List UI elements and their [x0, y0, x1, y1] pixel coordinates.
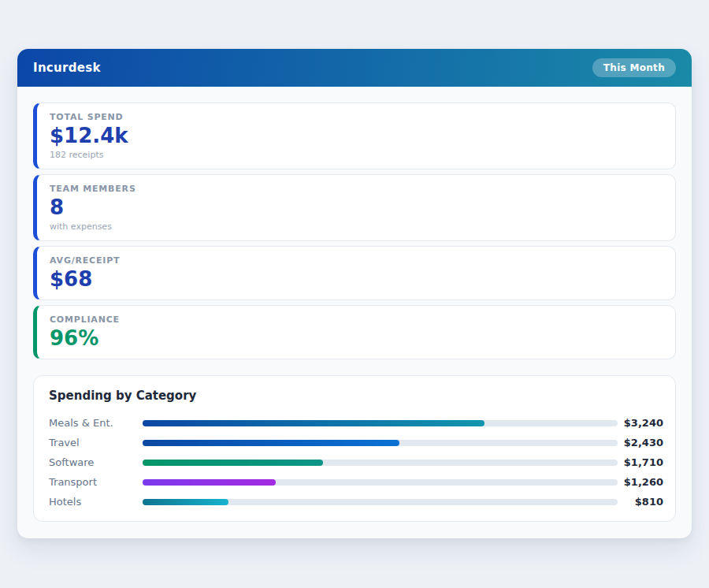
chart-row-label: Meals & Ent. [49, 417, 143, 429]
chart-row-value: $1,260 [618, 476, 663, 488]
stat-value: $68 [50, 268, 663, 291]
chart-bar-fill [143, 420, 484, 426]
chart-row-value: $2,430 [618, 437, 663, 448]
chart-bar-fill [143, 440, 399, 446]
chart-row-label: Travel [49, 437, 143, 448]
chart-rows: Meals & Ent. $3,240 Travel $2,430 Softwa… [49, 413, 663, 512]
chart-bar-fill [143, 460, 323, 466]
chart-row-label: Software [49, 456, 143, 468]
stat-label: AVG/RECEIPT [50, 255, 663, 266]
stat-subtitle: with expenses [50, 221, 663, 232]
chart-row-label: Transport [49, 476, 143, 488]
app-title: Incurdesk [33, 61, 101, 75]
stat-value: 96% [50, 327, 663, 350]
main-content: TOTAL SPEND $12.4k 182 receipts TEAM MEM… [17, 87, 692, 538]
stat-subtitle: 182 receipts [50, 150, 663, 160]
stat-label: COMPLIANCE [50, 314, 663, 325]
chart-row: Transport $1,260 [49, 472, 663, 492]
stats-section: TOTAL SPEND $12.4k 182 receipts TEAM MEM… [33, 102, 676, 359]
stat-label: TEAM MEMBERS [50, 184, 663, 194]
stat-value: $12.4k [50, 125, 663, 147]
chart-row-value: $3,240 [618, 417, 663, 429]
chart-bar-fill [143, 499, 228, 505]
stat-card: COMPLIANCE 96% [33, 305, 676, 359]
stat-card: TEAM MEMBERS 8 with expenses [33, 174, 676, 241]
app-header: Incurdesk This Month [17, 49, 692, 87]
chart-row-value: $810 [618, 496, 663, 508]
chart-title: Spending by Category [49, 389, 663, 404]
chart-row-label: Hotels [49, 496, 143, 508]
chart-bar-track [143, 440, 618, 446]
chart-bar-track [143, 479, 618, 486]
chart-bar-track [143, 420, 618, 426]
stat-label: TOTAL SPEND [50, 112, 663, 122]
chart-row-value: $1,710 [618, 456, 663, 468]
spending-chart-card: Spending by Category Meals & Ent. $3,240… [33, 375, 676, 522]
stat-value: 8 [50, 196, 663, 219]
chart-row: Travel $2,430 [49, 433, 663, 452]
chart-bar-fill [143, 479, 276, 486]
chart-row: Hotels $810 [49, 492, 663, 512]
stat-card: TOTAL SPEND $12.4k 182 receipts [33, 102, 676, 169]
app-window: Incurdesk This Month TOTAL SPEND $12.4k … [17, 49, 692, 538]
stat-card: AVG/RECEIPT $68 [33, 246, 676, 300]
chart-row: Meals & Ent. $3,240 [49, 413, 663, 433]
period-badge[interactable]: This Month [592, 58, 676, 77]
chart-bar-track [143, 460, 618, 466]
chart-row: Software $1,710 [49, 452, 663, 472]
chart-bar-track [143, 499, 618, 505]
